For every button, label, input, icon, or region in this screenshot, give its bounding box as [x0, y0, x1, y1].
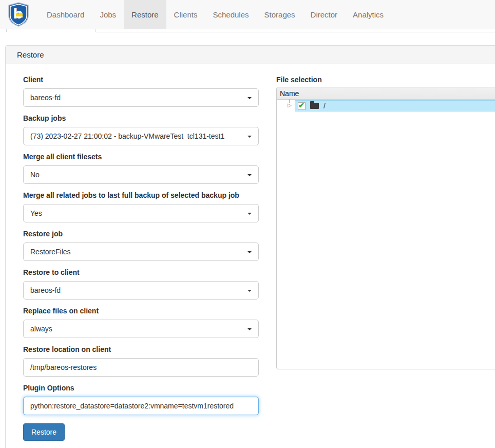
panel-heading: Restore [6, 46, 495, 64]
panel-title: Restore [17, 50, 44, 59]
tree-column-header: Name [277, 87, 495, 100]
field-label: Restore job [23, 230, 259, 238]
nav-item-label: Jobs [100, 10, 116, 19]
form-group: Client bareos-fd [23, 76, 259, 107]
nav-item-analytics[interactable]: Analytics [345, 0, 391, 29]
chevron-down-icon [247, 136, 252, 138]
field-value: (73) 2023-02-27 21:00:02 - backup-VMware… [30, 132, 224, 140]
tab-bottom-border [96, 32, 495, 32]
field-value: Yes [30, 209, 42, 217]
select-replace-files-on-client[interactable]: always [23, 320, 259, 338]
nav-item-schedules[interactable]: Schedules [205, 0, 256, 29]
expander-icon[interactable]: ▷ [288, 102, 292, 108]
field-label: Restore location on client [23, 345, 259, 354]
input-restore-location-on-client[interactable]: /tmp/bareos-restores [23, 358, 259, 377]
tree-node-label: / [323, 102, 326, 110]
file-selection-title: File selection [276, 76, 495, 84]
select-client[interactable]: bareos-fd [23, 88, 259, 107]
main-nav: DashboardJobsRestoreClientsSchedulesStor… [39, 0, 391, 29]
nav-item-label: Storages [264, 10, 295, 19]
top-navbar: b DashboardJobsRestoreClientsSchedulesSt… [0, 0, 495, 29]
form-group: Merge all related jobs to last full back… [23, 191, 259, 222]
form-group: Restore location on client /tmp/bareos-r… [23, 345, 259, 377]
field-label: Merge all client filesets [23, 153, 259, 161]
field-label: Client [23, 76, 259, 84]
form-group: Backup jobs (73) 2023-02-27 21:00:02 - b… [23, 114, 259, 145]
chevron-down-icon [247, 213, 252, 215]
chevron-down-icon [247, 328, 252, 330]
field-value: /tmp/bareos-restores [30, 363, 97, 371]
tree-node-selected[interactable]: / [295, 100, 495, 111]
panel-body: Client bareos-fd Backup jobs (73) 2023-0… [6, 64, 495, 448]
active-tab-notch [6, 29, 96, 32]
file-selection: File selection Name ▷ / [276, 76, 495, 369]
chevron-down-icon [247, 97, 252, 99]
nav-item-restore[interactable]: Restore [124, 0, 166, 29]
folder-icon [310, 103, 319, 109]
checkbox-checked-icon[interactable] [298, 102, 306, 110]
nav-item-label: Analytics [353, 10, 384, 19]
form-group: Replace files on client always [23, 307, 259, 338]
select-merge-all-related-jobs-to-last-full-backup-of-selected-backup-job[interactable]: Yes [23, 204, 259, 222]
field-label: Restore to client [23, 268, 259, 277]
restore-panel: Restore Client bareos-fd Backup jobs (73… [5, 45, 495, 448]
form-group: Plugin Options python:restore_datastore=… [23, 384, 259, 415]
bareos-logo[interactable]: b [7, 0, 32, 29]
nav-item-label: Restore [131, 10, 159, 19]
nav-item-label: Schedules [213, 10, 249, 19]
nav-item-jobs[interactable]: Jobs [92, 0, 124, 29]
form-group: Merge all client filesets No [23, 153, 259, 184]
nav-item-director[interactable]: Director [303, 0, 346, 29]
nav-item-dashboard[interactable]: Dashboard [39, 0, 92, 29]
page: b DashboardJobsRestoreClientsSchedulesSt… [0, 0, 495, 448]
field-label: Plugin Options [23, 384, 259, 393]
field-value: bareos-fd [30, 94, 61, 102]
nav-item-storages[interactable]: Storages [257, 0, 303, 29]
tree-row-root[interactable]: ▷ / [277, 100, 495, 111]
bareos-shield-icon: b [7, 2, 30, 27]
field-label: Replace files on client [23, 307, 259, 315]
nav-item-label: Dashboard [47, 10, 84, 19]
field-value: bareos-fd [30, 286, 61, 294]
form-group: Restore job RestoreFiles [23, 230, 259, 261]
field-value: always [30, 325, 52, 333]
chevron-down-icon [247, 174, 252, 176]
select-merge-all-client-filesets[interactable]: No [23, 165, 259, 184]
field-label: Merge all related jobs to last full back… [23, 191, 259, 200]
field-label: Backup jobs [23, 114, 259, 123]
field-value: python:restore_datastore=datastore2:vmna… [30, 402, 234, 410]
tab-strip [0, 29, 495, 32]
restore-form: Client bareos-fd Backup jobs (73) 2023-0… [23, 76, 259, 441]
select-backup-jobs[interactable]: (73) 2023-02-27 21:00:02 - backup-VMware… [23, 127, 259, 145]
input-plugin-options[interactable]: python:restore_datastore=datastore2:vmna… [23, 397, 259, 415]
file-tree: Name ▷ / [276, 87, 495, 369]
field-value: No [30, 171, 40, 179]
chevron-down-icon [247, 290, 252, 292]
nav-item-label: Director [311, 10, 338, 19]
restore-button[interactable]: Restore [23, 423, 65, 441]
form-group: Restore to client bareos-fd [23, 268, 259, 300]
chevron-down-icon [247, 251, 252, 253]
select-restore-job[interactable]: RestoreFiles [23, 242, 259, 261]
field-value: RestoreFiles [30, 248, 71, 256]
nav-item-clients[interactable]: Clients [166, 0, 205, 29]
nav-item-label: Clients [174, 10, 198, 19]
select-restore-to-client[interactable]: bareos-fd [23, 281, 259, 300]
